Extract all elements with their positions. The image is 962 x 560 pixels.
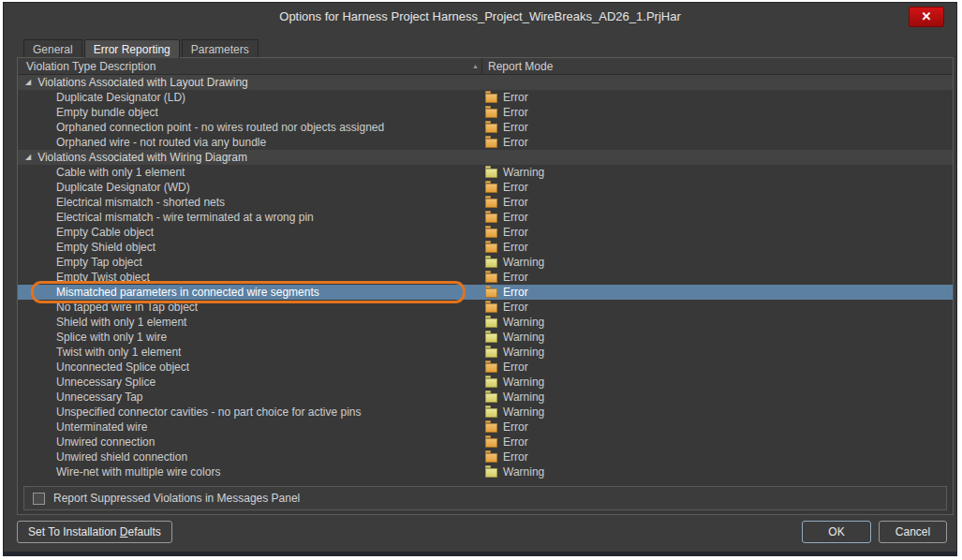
report-mode-folder-icon[interactable] <box>485 109 497 118</box>
table-row[interactable]: Mismatched parameters in connected wire … <box>18 285 953 300</box>
report-mode-folder-icon[interactable] <box>485 94 497 103</box>
report-mode-folder-icon[interactable] <box>485 438 497 448</box>
report-mode-cell: Error <box>482 225 953 240</box>
report-mode-cell: Error <box>482 285 953 300</box>
report-mode-folder-icon[interactable] <box>485 363 497 373</box>
report-mode-folder-icon[interactable] <box>485 139 497 148</box>
report-mode-folder-icon[interactable] <box>485 333 497 343</box>
report-mode-folder-icon[interactable] <box>485 243 497 253</box>
report-mode-value: Warning <box>503 465 544 479</box>
table-row[interactable]: Orphaned connection point - no wires rou… <box>18 120 953 135</box>
report-mode-folder-icon[interactable] <box>485 453 497 463</box>
report-mode-cell: Warning <box>482 345 953 360</box>
table-row[interactable]: Empty bundle objectError <box>18 105 953 120</box>
violation-label: Electrical mismatch - wire terminated at… <box>56 211 314 224</box>
violation-label: Unconnected Splice object <box>56 361 189 374</box>
report-mode-folder-icon[interactable] <box>485 199 497 208</box>
table-row[interactable]: No tapped wire in Tap objectError <box>18 300 953 315</box>
violation-description-cell: Duplicate Designator (WD) <box>18 180 482 195</box>
title-bar: Options for Harness Project Harness_Proj… <box>4 3 956 33</box>
error-reporting-panel: Violation Type Description ▲ Report Mode… <box>17 57 954 515</box>
violation-label: Unterminated wire <box>56 420 147 434</box>
report-mode-folder-icon[interactable] <box>485 318 497 328</box>
violation-description-cell: Splice with only 1 wire <box>18 330 482 345</box>
violation-label: Unwired shield connection <box>56 450 187 464</box>
report-mode-value: Warning <box>503 166 544 179</box>
column-header-report-mode[interactable]: Report Mode <box>482 60 953 73</box>
violation-label: Violations Associated with Wiring Diagra… <box>37 151 247 164</box>
violation-label: Empty Shield object <box>56 241 155 254</box>
report-mode-value: Error <box>503 241 528 254</box>
expand-collapse-icon[interactable]: ◢ <box>25 150 31 165</box>
report-mode-folder-icon[interactable] <box>485 303 497 313</box>
violation-table-body: ◢Violations Associated with Layout Drawi… <box>18 75 953 479</box>
close-icon[interactable]: ✕ <box>909 7 944 27</box>
report-mode-folder-icon[interactable] <box>485 423 497 433</box>
table-row[interactable]: Unspecified connector cavities - no part… <box>18 405 953 420</box>
violation-description-cell: Twist with only 1 element <box>18 345 482 360</box>
table-row[interactable]: Shield with only 1 elementWarning <box>18 315 953 330</box>
report-mode-cell <box>482 75 953 90</box>
ok-button[interactable]: OK <box>802 521 871 543</box>
report-mode-value: Error <box>503 91 528 104</box>
report-mode-folder-icon[interactable] <box>485 378 497 388</box>
report-mode-value: Error <box>503 211 528 224</box>
report-mode-folder-icon[interactable] <box>485 393 497 403</box>
violation-description-cell: Empty Twist object <box>18 270 482 285</box>
report-mode-value: Warning <box>503 405 544 419</box>
report-mode-folder-icon[interactable] <box>485 228 497 238</box>
table-row[interactable]: Electrical mismatch - wire terminated at… <box>18 210 953 225</box>
tab-parameters[interactable]: Parameters <box>182 39 259 57</box>
table-row[interactable]: Twist with only 1 elementWarning <box>18 345 953 360</box>
tab-error-reporting[interactable]: Error Reporting <box>84 39 180 58</box>
table-row[interactable]: Empty Shield objectError <box>18 240 953 255</box>
table-row[interactable]: Unconnected Splice objectError <box>18 360 953 375</box>
report-mode-folder-icon[interactable] <box>485 273 497 283</box>
violation-description-cell: Electrical mismatch - wire terminated at… <box>18 210 482 225</box>
violation-description-cell: Wire-net with multiple wire colors <box>18 464 482 479</box>
report-mode-folder-icon[interactable] <box>485 348 497 358</box>
report-mode-folder-icon[interactable] <box>485 214 497 223</box>
table-row[interactable]: Empty Cable objectError <box>18 225 953 240</box>
violation-label: Empty bundle object <box>56 106 158 119</box>
table-row[interactable]: Orphaned wire - not routed via any bundl… <box>18 135 953 150</box>
report-mode-folder-icon[interactable] <box>485 258 497 268</box>
report-mode-folder-icon[interactable] <box>485 184 497 193</box>
table-row[interactable]: Duplicate Designator (WD)Error <box>18 180 953 195</box>
report-mode-folder-icon[interactable] <box>485 288 497 298</box>
table-group-row[interactable]: ◢Violations Associated with Layout Drawi… <box>18 75 953 90</box>
report-mode-folder-icon[interactable] <box>485 408 497 418</box>
table-row[interactable]: Electrical mismatch - shorted netsError <box>18 195 953 210</box>
violation-description-cell: Duplicate Designator (LD) <box>18 90 482 105</box>
table-row[interactable]: Unnecessary SpliceWarning <box>18 375 953 390</box>
table-row[interactable]: Empty Twist objectError <box>18 270 953 285</box>
violation-label: Unnecessary Tap <box>56 391 143 404</box>
report-suppressed-checkbox[interactable] <box>33 493 45 505</box>
table-row[interactable]: Duplicate Designator (LD)Error <box>18 90 953 105</box>
set-to-installation-defaults-button[interactable]: Set To Installation Defaults <box>17 521 172 543</box>
table-row[interactable]: Unwired shield connectionError <box>18 449 953 464</box>
table-group-row[interactable]: ◢Violations Associated with Wiring Diagr… <box>18 150 953 165</box>
report-mode-cell: Warning <box>482 390 953 405</box>
report-mode-folder-icon[interactable] <box>485 124 497 133</box>
table-row[interactable]: Unwired connectionError <box>18 435 953 449</box>
report-mode-folder-icon[interactable] <box>485 169 497 178</box>
report-mode-folder-icon[interactable] <box>485 468 497 478</box>
report-mode-cell: Warning <box>482 255 953 270</box>
column-header-violation-type[interactable]: Violation Type Description ▲ <box>18 58 482 74</box>
table-row[interactable]: Empty Tap objectWarning <box>18 255 953 270</box>
table-row[interactable]: Wire-net with multiple wire colorsWarnin… <box>18 464 953 479</box>
report-mode-value: Warning <box>503 316 544 329</box>
violation-label: Orphaned connection point - no wires rou… <box>56 121 384 134</box>
violation-description-cell: No tapped wire in Tap object <box>18 300 482 315</box>
expand-collapse-icon[interactable]: ◢ <box>25 75 31 90</box>
table-row[interactable]: Splice with only 1 wireWarning <box>18 330 953 345</box>
violation-description-cell: Unspecified connector cavities - no part… <box>18 405 482 420</box>
table-row[interactable]: Unnecessary TapWarning <box>18 390 953 405</box>
tab-general[interactable]: General <box>23 39 82 57</box>
table-row[interactable]: Unterminated wireError <box>18 420 953 435</box>
table-row[interactable]: Cable with only 1 elementWarning <box>18 165 953 180</box>
violation-label: Electrical mismatch - shorted nets <box>56 196 225 209</box>
report-mode-cell: Error <box>482 135 953 150</box>
cancel-button[interactable]: Cancel <box>879 521 947 543</box>
